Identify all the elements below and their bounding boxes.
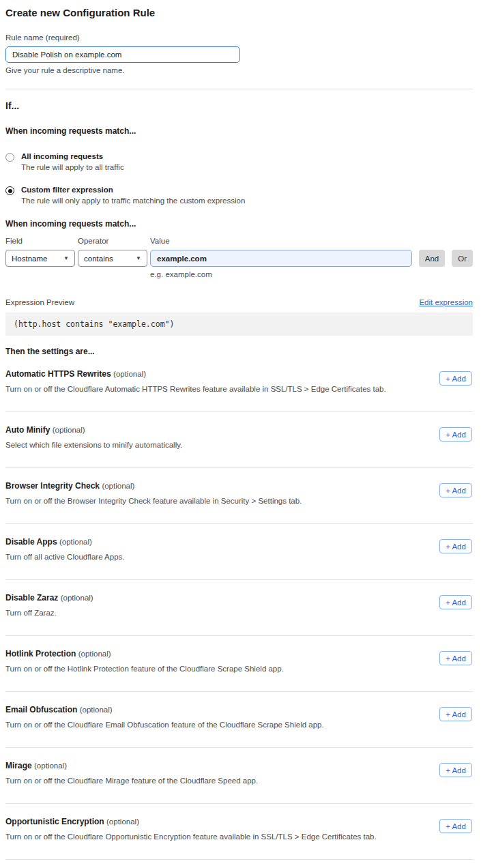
setting-row-disable-apps: Disable Apps (optional) Turn off all act… — [5, 524, 473, 580]
setting-description: Turn off all active Cloudflare Apps. — [5, 553, 388, 561]
or-button[interactable]: Or — [452, 250, 473, 267]
setting-row-mirage: Mirage (optional) Turn on or off the Clo… — [5, 748, 473, 804]
add-button[interactable]: + Add — [439, 371, 472, 386]
rule-name-input[interactable] — [5, 46, 240, 63]
setting-name: Browser Integrity Check — [5, 481, 100, 491]
setting-description: Turn on or off the Cloudflare Email Obfu… — [5, 721, 388, 729]
filter-heading: When incoming requests match... — [5, 219, 473, 229]
setting-row-disable-zaraz: Disable Zaraz (optional) Turn off Zaraz.… — [5, 580, 473, 636]
edit-expression-link[interactable]: Edit expression — [419, 298, 473, 306]
setting-name: Mirage — [5, 761, 32, 770]
setting-optional-tag: (optional) — [53, 426, 85, 434]
setting-row-automatic-https-rewrites: Automatic HTTPS Rewrites (optional) Turn… — [5, 356, 473, 412]
setting-description: Turn on or off the Browser Integrity Che… — [5, 497, 388, 505]
setting-optional-tag: (optional) — [61, 594, 93, 602]
setting-description: Turn on or off the Cloudflare Opportunis… — [5, 833, 388, 841]
setting-row-hotlink-protection: Hotlink Protection (optional) Turn on or… — [5, 636, 473, 692]
add-button[interactable]: + Add — [439, 595, 472, 609]
page-title: Create new Configuration Rule — [5, 7, 473, 18]
setting-row-polish: Polish (optional) ✕ Change the settings … — [5, 860, 473, 868]
and-button[interactable]: And — [419, 250, 445, 267]
add-button[interactable]: + Add — [439, 707, 472, 721]
settings-heading: Then the settings are... — [5, 347, 473, 356]
setting-row-auto-minify: Auto Minify (optional) Select which file… — [5, 412, 473, 468]
operator-select[interactable]: contains ▼ — [78, 250, 147, 267]
setting-description: Turn on or off the Hotlink Protection fe… — [5, 665, 388, 673]
match-heading: When incoming requests match... — [5, 126, 473, 136]
operator-select-value: contains — [84, 255, 113, 263]
incoming-requests-radio-group: All incoming requests The rule will appl… — [5, 152, 473, 205]
setting-name: Auto Minify — [5, 425, 50, 435]
add-button[interactable]: + Add — [439, 427, 472, 442]
radio-description: The rule will only apply to traffic matc… — [21, 197, 245, 205]
add-button[interactable]: + Add — [439, 763, 472, 777]
setting-description: Turn on or off the Cloudflare Automatic … — [5, 385, 388, 393]
value-input[interactable] — [150, 250, 412, 267]
radio-description: The rule will apply to all traffic — [21, 163, 124, 171]
if-heading: If... — [5, 100, 473, 111]
radio-all-incoming-requests[interactable]: All incoming requests The rule will appl… — [5, 152, 473, 171]
filter-builder-row: Field Hostname ▼ Operator contains ▼ Val… — [5, 237, 473, 278]
setting-optional-tag: (optional) — [106, 818, 139, 826]
setting-name: Opportunistic Encryption — [5, 817, 104, 826]
dropdown-caret-icon: ▼ — [136, 255, 141, 261]
operator-label: Operator — [78, 237, 147, 245]
setting-optional-tag: (optional) — [78, 650, 111, 658]
value-label: Value — [150, 237, 412, 245]
setting-optional-tag: (optional) — [80, 706, 113, 714]
setting-optional-tag: (optional) — [102, 482, 134, 490]
dropdown-caret-icon: ▼ — [63, 255, 69, 261]
setting-row-browser-integrity-check: Browser Integrity Check (optional) Turn … — [5, 468, 473, 524]
radio-checked-icon[interactable] — [5, 186, 14, 195]
field-select[interactable]: Hostname ▼ — [5, 250, 75, 267]
radio-unchecked-icon[interactable] — [5, 153, 14, 162]
setting-name: Disable Zaraz — [5, 593, 58, 603]
radio-label: Custom filter expression — [21, 186, 245, 194]
radio-custom-filter-expression[interactable]: Custom filter expression The rule will o… — [5, 186, 473, 205]
section-divider — [5, 89, 473, 89]
add-button[interactable]: + Add — [439, 483, 472, 497]
setting-row-opportunistic-encryption: Opportunistic Encryption (optional) Turn… — [5, 804, 473, 860]
setting-optional-tag: (optional) — [59, 538, 92, 546]
setting-name: Email Obfuscation — [5, 705, 77, 714]
field-select-value: Hostname — [12, 255, 47, 263]
setting-optional-tag: (optional) — [113, 370, 146, 378]
configuration-rule-form: Create new Configuration Rule Rule name … — [0, 0, 481, 868]
value-helper: e.g. example.com — [150, 270, 412, 278]
setting-description: Select which file extensions to minify a… — [5, 441, 388, 449]
field-label: Field — [5, 237, 75, 245]
expression-preview-code: (http.host contains "example.com") — [5, 313, 473, 336]
add-button[interactable]: + Add — [439, 819, 472, 833]
expression-preview-label: Expression Preview — [5, 298, 74, 306]
setting-name: Automatic HTTPS Rewrites — [5, 369, 111, 379]
rule-name-label: Rule name (required) — [5, 33, 473, 42]
setting-optional-tag: (optional) — [34, 762, 67, 770]
setting-description: Turn on or off the Cloudflare Mirage fea… — [5, 777, 388, 785]
rule-name-helper: Give your rule a descriptive name. — [5, 66, 473, 74]
radio-label: All incoming requests — [21, 152, 124, 160]
setting-description: Turn off Zaraz. — [5, 609, 388, 617]
add-button[interactable]: + Add — [439, 651, 472, 665]
add-button[interactable]: + Add — [439, 539, 472, 553]
setting-row-email-obfuscation: Email Obfuscation (optional) Turn on or … — [5, 692, 473, 748]
setting-name: Hotlink Protection — [5, 649, 76, 659]
setting-name: Disable Apps — [5, 537, 57, 547]
